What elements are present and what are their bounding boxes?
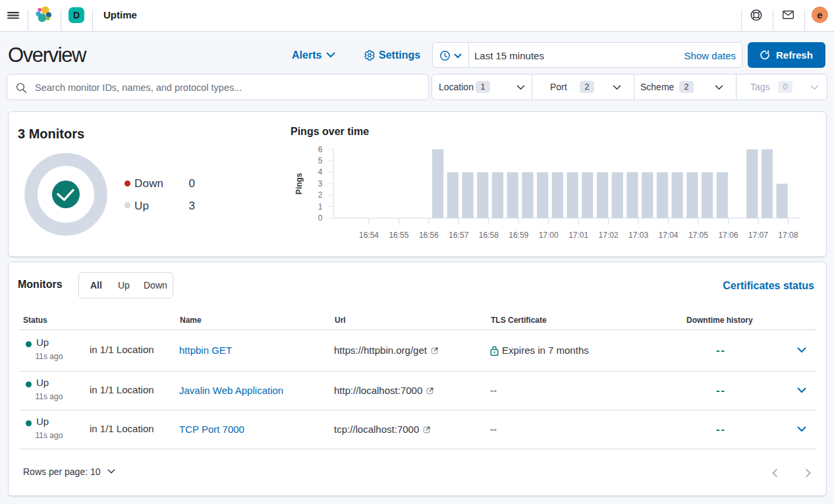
svg-text:16:56: 16:56 (419, 231, 439, 240)
svg-text:3: 3 (318, 179, 323, 188)
svg-text:6: 6 (318, 145, 323, 154)
svg-text:Pings: Pings (294, 173, 304, 194)
svg-text:16:58: 16:58 (479, 231, 499, 240)
svg-text:16:55: 16:55 (389, 231, 408, 240)
svg-text:17:02: 17:02 (599, 231, 619, 240)
svg-text:17:00: 17:00 (539, 231, 559, 240)
svg-text:0: 0 (318, 213, 323, 223)
svg-text:1: 1 (318, 202, 323, 211)
svg-text:16:59: 16:59 (509, 231, 528, 240)
svg-text:2: 2 (318, 190, 323, 200)
svg-text:17:06: 17:06 (718, 231, 738, 240)
svg-text:17:03: 17:03 (628, 231, 648, 240)
svg-text:Pings over time: Pings over time (291, 126, 369, 137)
svg-text:5: 5 (318, 156, 323, 165)
svg-text:17:04: 17:04 (658, 231, 678, 240)
svg-text:17:08: 17:08 (778, 231, 798, 240)
svg-text:16:54: 16:54 (359, 231, 379, 240)
svg-text:17:01: 17:01 (569, 231, 588, 240)
svg-text:4: 4 (318, 167, 323, 177)
svg-text:16:57: 16:57 (449, 231, 468, 240)
svg-text:17:07: 17:07 (748, 231, 768, 240)
svg-text:17:05: 17:05 (688, 231, 708, 240)
